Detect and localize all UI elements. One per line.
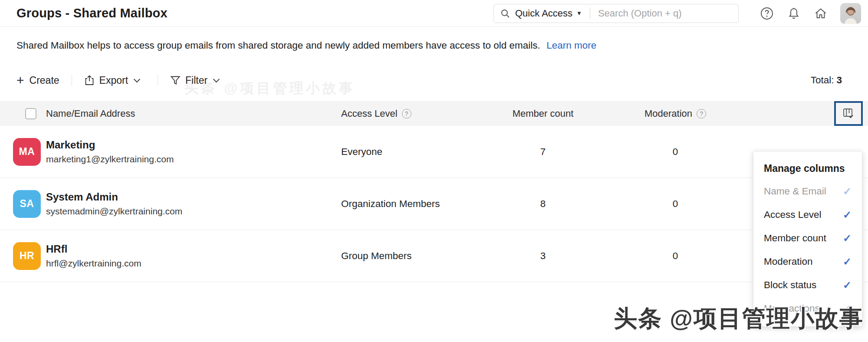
group-name-cell[interactable]: Marketing marketing1@zylkertraining.com	[46, 139, 341, 164]
toolbar-divider	[72, 75, 72, 86]
group-name[interactable]: System Admin	[46, 191, 341, 203]
group-name[interactable]: HRfl	[46, 243, 341, 255]
moderation-value: 0	[602, 250, 749, 262]
member-count-value: 7	[484, 146, 602, 158]
item-label: Access Level	[764, 209, 822, 220]
app-window: 头条 @项目管理小故事 Groups - Shared Mailbox Quic…	[0, 0, 868, 342]
table-header-row: Name/Email Address Access Level ? Member…	[0, 101, 868, 126]
total-value: 3	[836, 75, 842, 86]
quick-access-dropdown[interactable]: Quick Access	[515, 8, 572, 19]
notifications-bell-icon[interactable]	[786, 6, 801, 21]
watermark-text: 头条 @项目管理小故事	[614, 303, 864, 335]
access-level-value: Group Members	[341, 250, 484, 262]
search-input[interactable]	[598, 8, 732, 19]
search-box[interactable]: Quick Access ▼	[493, 4, 739, 23]
row-avatar-cell: MA	[0, 138, 46, 166]
group-name-cell[interactable]: HRfl hrfl@zylkertraining.com	[46, 243, 341, 269]
group-name-cell[interactable]: System Admin systemadmin@zylkertraining.…	[46, 191, 341, 217]
header-actions-cell	[749, 101, 868, 126]
group-avatar: MA	[13, 138, 41, 166]
table-row[interactable]: SA System Admin systemadmin@zylkertraini…	[0, 178, 868, 230]
filter-button-label: Filter	[185, 75, 207, 86]
chevron-down-icon	[213, 78, 225, 83]
search-icon	[500, 8, 510, 19]
check-icon: ✓	[843, 185, 852, 197]
total-count: Total:3	[811, 75, 842, 86]
item-label: Block status	[764, 280, 816, 291]
manage-columns-title: Manage columns	[753, 158, 862, 180]
export-button[interactable]: Export	[84, 75, 145, 86]
group-email: hrfl@zylkertraining.com	[46, 258, 341, 269]
access-level-header-label: Access Level	[341, 108, 398, 119]
moderation-value: 0	[602, 146, 749, 158]
create-button-label: Create	[30, 75, 59, 86]
export-button-label: Export	[99, 75, 128, 86]
moderation-value: 0	[602, 198, 749, 210]
select-all-checkbox[interactable]	[25, 108, 36, 119]
group-email: systemadmin@zylkertraining.com	[46, 206, 341, 217]
group-email: marketing1@zylkertraining.com	[46, 154, 341, 164]
item-label: Moderation	[764, 256, 813, 267]
toolbar-divider	[158, 75, 158, 86]
check-icon: ✓	[843, 209, 852, 221]
top-bar-right: Quick Access ▼	[493, 3, 861, 24]
help-icon[interactable]	[760, 6, 774, 21]
member-count-value: 8	[484, 198, 602, 210]
check-icon: ✓	[843, 232, 852, 244]
description-text: Shared Mailbox helps to access group ema…	[16, 40, 540, 51]
manage-columns-item-name-email: Name & Email ✓	[753, 180, 862, 203]
page-title: Groups - Shared Mailbox	[16, 6, 168, 20]
home-icon[interactable]	[813, 6, 828, 21]
row-avatar-cell: SA	[0, 190, 46, 218]
manage-columns-dropdown: Manage columns Name & Email ✓ Access Lev…	[753, 151, 862, 327]
manage-columns-item-moderation[interactable]: Moderation ✓	[753, 250, 862, 273]
item-label: Member count	[764, 233, 826, 244]
chevron-down-icon	[133, 78, 145, 83]
member-count-value: 3	[484, 250, 602, 262]
toolbar: + Create Export Filte	[16, 74, 852, 87]
filter-button[interactable]: Filter	[170, 75, 225, 86]
column-header-moderation[interactable]: Moderation ?	[602, 108, 749, 119]
header-checkbox-cell	[0, 108, 46, 119]
table-row[interactable]: HR HRfl hrfl@zylkertraining.com Group Me…	[0, 230, 868, 282]
learn-more-link[interactable]: Learn more	[546, 40, 596, 51]
moderation-header-label: Moderation	[644, 108, 692, 119]
caret-down-icon: ▼	[576, 10, 582, 16]
manage-columns-item-access-level[interactable]: Access Level ✓	[753, 203, 862, 227]
manage-columns-item-member-count[interactable]: Member count ✓	[753, 227, 862, 250]
create-button[interactable]: + Create	[16, 74, 59, 87]
top-bar: Groups - Shared Mailbox Quick Access ▼	[0, 0, 868, 27]
export-icon	[84, 75, 99, 86]
total-label: Total:	[811, 75, 834, 86]
access-level-value: Organization Members	[341, 198, 484, 210]
group-avatar: HR	[13, 242, 41, 270]
access-level-value: Everyone	[341, 146, 484, 158]
column-header-member-count[interactable]: Member count	[484, 108, 602, 119]
item-label: Name & Email	[764, 186, 826, 197]
column-header-access-level[interactable]: Access Level ?	[341, 108, 484, 119]
manage-columns-item-block-status[interactable]: Block status ✓	[753, 273, 862, 297]
check-icon: ✓	[843, 256, 852, 268]
plus-icon: +	[16, 74, 24, 87]
manage-columns-button[interactable]	[834, 101, 863, 126]
row-avatar-cell: HR	[0, 242, 46, 270]
table-row[interactable]: MA Marketing marketing1@zylkertraining.c…	[0, 126, 868, 178]
group-avatar: SA	[13, 190, 41, 218]
user-avatar[interactable]	[840, 3, 861, 24]
group-name[interactable]: Marketing	[46, 139, 341, 151]
moderation-help-icon[interactable]: ?	[697, 109, 706, 118]
page-description: Shared Mailbox helps to access group ema…	[16, 40, 868, 51]
check-icon: ✓	[843, 279, 852, 291]
columns-icon	[842, 107, 855, 120]
groups-table: Name/Email Address Access Level ? Member…	[0, 101, 868, 282]
column-header-name[interactable]: Name/Email Address	[46, 108, 341, 119]
search-divider	[590, 8, 590, 19]
filter-funnel-icon	[170, 75, 185, 86]
top-bar-icons	[753, 3, 861, 24]
access-level-help-icon[interactable]: ?	[402, 109, 411, 118]
